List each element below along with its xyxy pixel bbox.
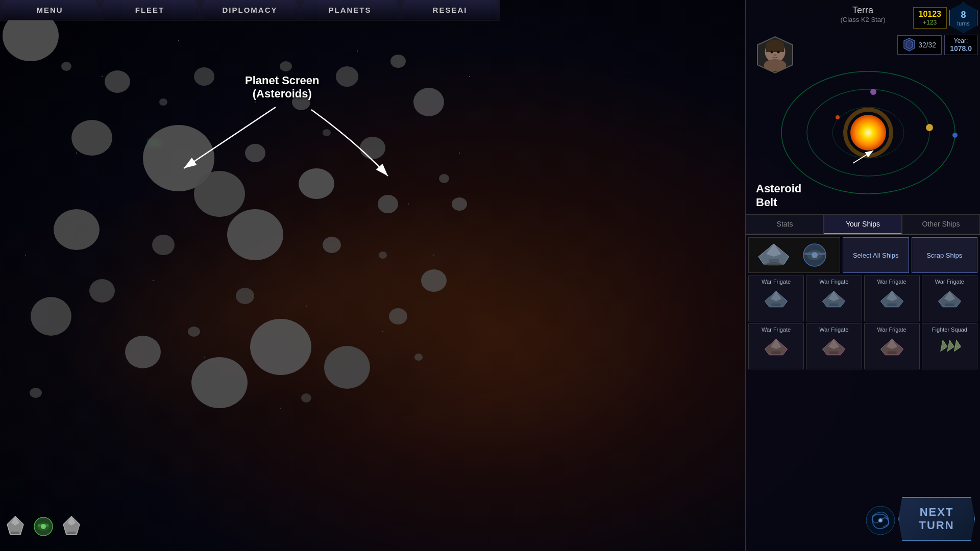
annotation-subtitle: (Asteroids) (253, 87, 312, 100)
ship-preview-svg1 (753, 241, 794, 269)
svg-rect-67 (772, 304, 781, 306)
ship-card-icon-2 (876, 287, 907, 313)
ship-card-2[interactable]: War Frigate (864, 276, 920, 321)
turns-count: 8 (961, 10, 966, 20)
galaxy-spiral-icon (865, 505, 896, 536)
annotation-title: Planet Screen (245, 74, 320, 87)
nebula-green (147, 138, 162, 148)
ship-card-icon-1 (819, 287, 849, 313)
fleet-icon-frigate-2[interactable] (61, 515, 82, 541)
system-name-text: Terra (840, 5, 885, 16)
fleet-ship-svg-2 (33, 515, 54, 541)
tab-your-ships[interactable]: Your Ships (824, 214, 902, 234)
svg-point-41 (764, 59, 787, 71)
nav-research[interactable]: RESEAI (400, 0, 500, 20)
next-turn-label: NEXT TURN (919, 506, 954, 532)
svg-point-60 (766, 262, 781, 266)
svg-point-45 (777, 51, 780, 54)
year-value: 1078.0 (950, 44, 972, 53)
svg-rect-70 (829, 304, 839, 306)
svg-point-46 (774, 54, 777, 56)
ship-preview-box (748, 237, 840, 273)
svg-point-64 (812, 252, 818, 258)
ship-card-icon-6 (876, 335, 907, 361)
nav-fleet[interactable]: FLEET (100, 0, 200, 20)
commander-avatar (756, 36, 794, 74)
ship-card-1[interactable]: War Frigate (806, 276, 862, 321)
svg-marker-87 (947, 340, 954, 352)
year-label: Year: (950, 37, 972, 44)
select-all-ships-button[interactable]: Select All Ships (843, 237, 909, 273)
shield-box: 32/32 (897, 35, 942, 55)
next-turn-button[interactable]: NEXT TURN (898, 497, 975, 541)
ship-card-name-5: War Frigate (809, 327, 859, 333)
ship-card-name-3: War Frigate (925, 279, 974, 285)
top-navigation: MENU FLEET DIPLOMACY PLANETS RESEAI (0, 0, 500, 20)
svg-point-55 (870, 89, 876, 95)
svg-point-53 (952, 133, 958, 138)
svg-rect-82 (829, 352, 839, 354)
credits-income: +123 (919, 19, 942, 26)
asteroid-belt-label: AsteroidBelt (756, 182, 801, 209)
ship-card-6[interactable]: War Frigate (864, 323, 920, 369)
svg-point-103 (879, 519, 881, 521)
fleet-ship-svg-3 (61, 515, 82, 541)
credits-value: 10123 (919, 10, 942, 19)
svg-rect-93 (11, 532, 19, 534)
bottom-fleet-icons (5, 515, 82, 541)
svg-point-52 (926, 124, 933, 131)
ship-card-icon-5 (819, 335, 849, 361)
ship-select-row: Select All Ships Scrap Ships (748, 237, 977, 273)
shield-hex-icon (903, 38, 916, 52)
ship-card-name-2: War Frigate (867, 279, 917, 285)
asteroid-belt-text: AsteroidBelt (756, 182, 801, 208)
svg-rect-76 (945, 304, 954, 306)
ship-card-icon-3 (934, 287, 965, 313)
ship-card-3[interactable]: War Frigate (922, 276, 977, 321)
star-system-panel: Terra (Class K2 Star) (745, 0, 980, 551)
tab-stats[interactable]: Stats (746, 214, 824, 234)
fleet-ship-svg-1 (5, 515, 26, 541)
fleet-icon-frigate-1[interactable] (5, 515, 26, 541)
scrap-ships-button[interactable]: Scrap Ships (912, 237, 978, 273)
ships-panel: Select All Ships Scrap Ships War Frigate… (746, 235, 980, 372)
shield-value: 32/32 (918, 41, 936, 49)
turns-label: turns (957, 20, 969, 27)
ship-card-name-7: Fighter Squad (925, 327, 974, 333)
svg-point-97 (41, 524, 46, 529)
ship-card-icon-4 (761, 335, 792, 361)
nav-diplomacy[interactable]: DIPLOMACY (200, 0, 300, 20)
svg-rect-43 (766, 45, 784, 52)
ship-card-5[interactable]: War Frigate (806, 323, 862, 369)
nav-menu[interactable]: MENU (0, 0, 100, 20)
hud-area: 10123 +123 8 turns 32/32 Year: 1078.0 (897, 3, 977, 55)
ships-grid: War Frigate War Frigate (748, 276, 977, 369)
nav-planets[interactable]: PLANETS (300, 0, 400, 20)
shield-year-display: 32/32 Year: 1078.0 (897, 35, 977, 55)
tab-other-ships[interactable]: Other Ships (902, 214, 980, 234)
system-class-text: (Class K2 Star) (840, 16, 885, 23)
svg-rect-85 (887, 352, 896, 354)
svg-point-50 (850, 115, 886, 151)
ship-card-icon-7 (934, 335, 965, 361)
ship-card-name-0: War Frigate (751, 279, 801, 285)
ship-card-name-6: War Frigate (867, 327, 917, 333)
svg-rect-100 (67, 532, 76, 534)
credits-display: 10123 +123 8 turns (913, 3, 978, 33)
ship-card-icon-0 (761, 287, 792, 313)
svg-point-54 (836, 115, 840, 119)
ship-card-4[interactable]: War Frigate (748, 323, 804, 369)
svg-rect-79 (772, 352, 781, 354)
planet-screen-annotation: Planet Screen (Asteroids) (245, 74, 320, 101)
year-box: Year: 1078.0 (944, 35, 977, 55)
svg-marker-86 (941, 340, 947, 352)
ship-card-name-4: War Frigate (751, 327, 801, 333)
svg-marker-90 (906, 40, 913, 49)
svg-marker-88 (954, 340, 961, 352)
credits-box: 10123 +123 (913, 7, 947, 29)
ship-card-7[interactable]: Fighter Squad (922, 323, 977, 369)
tab-bar: Stats Your Ships Other Ships (746, 214, 980, 235)
ship-card-name-1: War Frigate (809, 279, 859, 285)
ship-card-0[interactable]: War Frigate (748, 276, 804, 321)
fleet-icon-2[interactable] (33, 515, 54, 541)
